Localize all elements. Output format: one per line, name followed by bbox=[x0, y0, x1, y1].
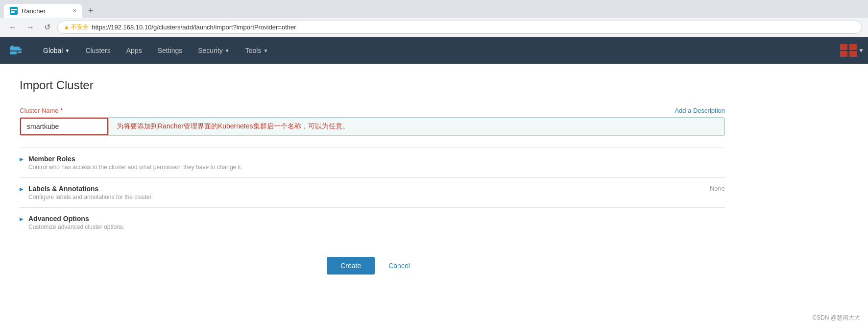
address-bar: ← → ↺ ▲ 不安全 https://192.168.10.10/g/clus… bbox=[0, 18, 868, 37]
add-description-link[interactable]: Add a Description bbox=[675, 107, 725, 114]
cluster-name-hint: 为将要添加到Rancher管理界面的Kubernetes集群启一个名称，可以为任… bbox=[108, 118, 724, 135]
cluster-name-row: 为将要添加到Rancher管理界面的Kubernetes集群启一个名称，可以为任… bbox=[20, 117, 725, 136]
page-content: Import Cluster Cluster Name * Add a Desc… bbox=[0, 64, 868, 324]
svg-rect-8 bbox=[18, 51, 22, 53]
insecure-badge: ▲ 不安全 bbox=[64, 23, 89, 31]
svg-rect-9 bbox=[840, 44, 847, 50]
labels-annotations-section[interactable]: ▶ Labels & Annotations Configure labels … bbox=[20, 177, 725, 207]
import-cluster-form: Cluster Name * Add a Description 为将要添加到R… bbox=[20, 107, 725, 294]
tools-dropdown-arrow: ▼ bbox=[263, 48, 268, 53]
svg-rect-11 bbox=[840, 51, 847, 57]
member-roles-arrow: ▶ bbox=[20, 156, 24, 162]
member-roles-desc: Control who has access to the cluster an… bbox=[28, 164, 242, 171]
nav-tools[interactable]: Tools ▼ bbox=[238, 37, 276, 64]
active-tab: Rancher × bbox=[4, 4, 82, 18]
labels-annotations-title: Labels & Annotations bbox=[28, 185, 153, 193]
app-container: Global ▼ Clusters Apps Settings Security… bbox=[0, 37, 868, 324]
advanced-options-title: Advanced Options bbox=[28, 215, 124, 223]
nav-clusters[interactable]: Clusters bbox=[77, 37, 118, 64]
browser-chrome: Rancher × + ← → ↺ ▲ 不安全 https://192.168.… bbox=[0, 0, 868, 37]
svg-rect-10 bbox=[849, 44, 857, 50]
labels-annotations-arrow: ▶ bbox=[20, 186, 24, 192]
svg-rect-0 bbox=[10, 7, 18, 15]
nav-global[interactable]: Global ▼ bbox=[35, 37, 77, 64]
nav-right: ▼ bbox=[840, 44, 868, 57]
new-tab-button[interactable]: + bbox=[84, 6, 97, 16]
footer-watermark: CSDN @慧闲大大 bbox=[812, 314, 860, 322]
user-dropdown-arrow[interactable]: ▼ bbox=[858, 47, 864, 54]
cluster-name-label: Cluster Name * bbox=[20, 107, 63, 114]
svg-rect-5 bbox=[11, 46, 14, 49]
back-button[interactable]: ← bbox=[6, 22, 20, 33]
tab-favicon bbox=[10, 7, 18, 15]
field-header: Cluster Name * Add a Description bbox=[20, 107, 725, 114]
labels-annotations-desc: Configure labels and annotations for the… bbox=[28, 194, 153, 201]
svg-rect-7 bbox=[10, 51, 17, 54]
nav-security[interactable]: Security ▼ bbox=[190, 37, 237, 64]
labels-annotations-right: None bbox=[710, 185, 725, 192]
top-nav: Global ▼ Clusters Apps Settings Security… bbox=[0, 37, 868, 64]
nav-items: Global ▼ Clusters Apps Settings Security… bbox=[35, 37, 276, 64]
cluster-name-input[interactable] bbox=[20, 118, 108, 135]
svg-rect-6 bbox=[18, 49, 22, 50]
button-row: Create Cancel bbox=[20, 257, 725, 294]
url-text: https://192.168.10.10/g/clusters/add/lau… bbox=[92, 24, 296, 31]
advanced-options-section[interactable]: ▶ Advanced Options Customize advanced cl… bbox=[20, 207, 725, 237]
svg-rect-1 bbox=[11, 9, 17, 10]
tab-bar: Rancher × + bbox=[0, 0, 868, 18]
advanced-options-arrow: ▶ bbox=[20, 216, 24, 222]
tab-close-icon[interactable]: × bbox=[73, 7, 76, 14]
address-input[interactable]: ▲ 不安全 https://192.168.10.10/g/clusters/a… bbox=[57, 21, 862, 34]
user-avatar[interactable] bbox=[840, 44, 857, 57]
cancel-button[interactable]: Cancel bbox=[381, 257, 418, 275]
nav-apps[interactable]: Apps bbox=[119, 37, 150, 64]
forward-button[interactable]: → bbox=[24, 22, 37, 33]
rancher-logo bbox=[8, 43, 27, 58]
svg-rect-2 bbox=[11, 11, 15, 13]
member-roles-section[interactable]: ▶ Member Roles Control who has access to… bbox=[20, 148, 725, 177]
advanced-options-desc: Customize advanced cluster options. bbox=[28, 224, 124, 230]
page-title: Import Cluster bbox=[20, 78, 848, 92]
svg-rect-12 bbox=[849, 51, 857, 57]
refresh-button[interactable]: ↺ bbox=[41, 22, 53, 33]
logo-area bbox=[0, 37, 35, 64]
tab-title: Rancher bbox=[22, 7, 69, 15]
global-dropdown-arrow: ▼ bbox=[65, 48, 70, 53]
security-dropdown-arrow: ▼ bbox=[225, 48, 230, 53]
create-button[interactable]: Create bbox=[327, 257, 375, 275]
member-roles-title: Member Roles bbox=[28, 155, 242, 163]
nav-settings[interactable]: Settings bbox=[150, 37, 191, 64]
